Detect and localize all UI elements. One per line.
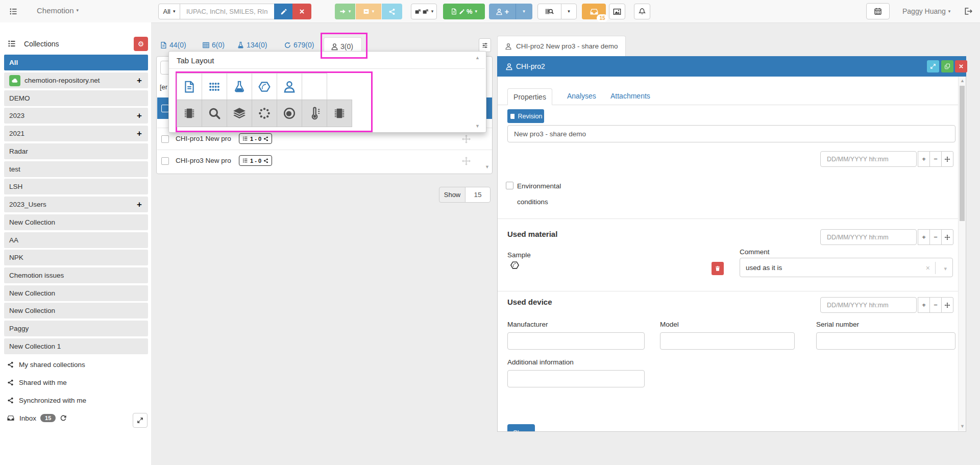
datetime-input[interactable]: [820, 229, 917, 245]
move-to-collection-button[interactable]: ▾: [335, 4, 355, 19]
scroll-down-arrow-icon[interactable]: ▼: [485, 165, 489, 169]
select-all-checkbox[interactable]: [161, 105, 169, 112]
sidebar-item-lsh[interactable]: LSH: [4, 179, 148, 194]
sidebar-item-2023-users[interactable]: 2023_Users+: [4, 197, 148, 212]
sidebar-item-aa[interactable]: AA: [4, 232, 148, 248]
element-name[interactable]: CHI-pro1 New pro: [176, 135, 231, 142]
remove-row-button[interactable]: −: [929, 151, 942, 167]
move-row-button[interactable]: [941, 297, 953, 313]
move-row-button[interactable]: [941, 151, 953, 167]
sidebar-item-demo[interactable]: DEMO: [4, 90, 148, 106]
scan-code-caret-button[interactable]: ▾: [561, 4, 577, 19]
sidebar-item-paggy[interactable]: Paggy: [4, 321, 148, 336]
sidebar-item-new-collection-3[interactable]: New Collection: [4, 303, 148, 319]
add-subcollection-button[interactable]: +: [137, 129, 142, 139]
sidebar-link-my-shared-collections[interactable]: My shared collections: [7, 358, 85, 371]
tab-layout-empty-cell[interactable]: [302, 73, 327, 100]
drag-handle[interactable]: [461, 134, 471, 144]
show-button[interactable]: Show: [439, 187, 465, 203]
sidebar-item-chemotion-repository[interactable]: chemotion-repository.net+: [4, 72, 148, 88]
tab-layout-flask-icon[interactable]: [227, 73, 252, 100]
tab-properties[interactable]: Properties: [507, 88, 552, 105]
list-item-chi-pro3[interactable]: CHI-pro3 New pro 1 - 0: [157, 150, 492, 172]
sidebar-link-synchronized-with-me[interactable]: Synchronized with me: [7, 394, 86, 406]
comment-select[interactable]: used as it is × ▾: [740, 258, 953, 277]
copy-button[interactable]: [941, 60, 953, 72]
sidebar-item-new-collection-1[interactable]: New Collection 1: [4, 338, 148, 354]
delete-material-button[interactable]: [712, 262, 724, 275]
clear-select-icon[interactable]: ×: [926, 264, 930, 272]
remove-row-button[interactable]: −: [929, 229, 942, 245]
add-row-button[interactable]: +: [918, 229, 930, 245]
tab-layout-chip-icon[interactable]: [177, 100, 202, 127]
tab-layout-hexagon-icon[interactable]: [252, 73, 277, 100]
tab-samples[interactable]: 44(0): [160, 41, 186, 49]
scrollbar-thumb[interactable]: [960, 86, 965, 221]
structure-search-button[interactable]: [274, 4, 293, 19]
drag-handle[interactable]: [461, 156, 471, 166]
add-row-button[interactable]: +: [918, 151, 930, 167]
add-subcollection-button[interactable]: +: [137, 200, 142, 210]
scroll-down-arrow-icon[interactable]: ▼: [475, 124, 480, 129]
name-input[interactable]: [507, 125, 955, 142]
scroll-down-arrow-icon[interactable]: ▼: [960, 424, 965, 429]
add-subcollection-button[interactable]: +: [137, 76, 142, 86]
sidebar-item-radar[interactable]: Radar: [4, 143, 148, 159]
create-element-caret-button[interactable]: ▾: [516, 4, 532, 19]
datetime-input[interactable]: [820, 151, 917, 167]
nav-hamburger-icon[interactable]: [9, 7, 18, 16]
create-element-button[interactable]: +: [489, 4, 516, 19]
model-input[interactable]: [660, 332, 795, 350]
sample-hexagon-icon[interactable]: [510, 260, 520, 270]
row-checkbox[interactable]: [161, 135, 169, 143]
sign-out-button[interactable]: [964, 7, 973, 16]
scan-code-button[interactable]: [537, 4, 561, 19]
add-subcollection-button[interactable]: +: [137, 111, 142, 121]
environmental-conditions-checkbox[interactable]: [506, 182, 513, 189]
tab-layout-wellplate-icon[interactable]: [202, 73, 227, 100]
tab-wellplates[interactable]: 6(0): [202, 41, 225, 49]
remove-row-button[interactable]: −: [929, 297, 942, 313]
tab-layout-disc-icon[interactable]: [277, 100, 302, 127]
tab-layout-search-icon[interactable]: [202, 100, 227, 127]
tab-layout-thermometer-icon[interactable]: [302, 100, 327, 127]
page-size-input[interactable]: [465, 187, 491, 203]
close-panel-button[interactable]: [955, 60, 967, 72]
user-menu[interactable]: Paggy Huang▾: [902, 7, 950, 15]
report-button[interactable]: %▾: [443, 4, 485, 19]
clear-search-button[interactable]: [292, 4, 311, 19]
row-checkbox[interactable]: [161, 157, 169, 165]
tab-reactions[interactable]: 134(0): [237, 41, 267, 49]
tab-screens[interactable]: 679(0): [284, 41, 314, 49]
sidebar-item-npk[interactable]: NPK: [4, 250, 148, 265]
serial-number-input[interactable]: [816, 332, 955, 350]
collections-count-badge[interactable]: 1 - 0: [239, 133, 272, 144]
sidebar-item-chemotion-issues[interactable]: Chemotion issues: [4, 267, 148, 283]
expand-inbox-button[interactable]: [133, 413, 148, 428]
revision-button[interactable]: Revision: [507, 109, 544, 123]
sidebar-link-shared-with-me[interactable]: Shared with me: [7, 376, 67, 388]
add-row-button[interactable]: +: [918, 297, 930, 313]
manage-collections-button[interactable]: ⚙: [134, 37, 148, 51]
scroll-up-arrow-icon[interactable]: ▲: [960, 79, 965, 83]
detail-scrollbar[interactable]: ▲ ▼: [958, 77, 966, 431]
tab-layout-chip2-icon[interactable]: [327, 100, 352, 127]
element-name[interactable]: CHI-pro3 New pro: [176, 157, 231, 164]
tab-layout-settings-button[interactable]: [479, 38, 491, 52]
sidebar-item-new-collection[interactable]: New Collection: [4, 214, 148, 230]
search-input[interactable]: [180, 4, 275, 19]
tab-layout-person-icon[interactable]: [277, 73, 302, 100]
manufacturer-input[interactable]: [507, 332, 645, 350]
close-button[interactable]: Close: [507, 424, 535, 432]
export-import-button[interactable]: ▾: [411, 4, 437, 19]
remove-from-collection-button[interactable]: ▾: [356, 4, 381, 19]
share-button[interactable]: [382, 4, 402, 19]
calendar-button[interactable]: [866, 3, 890, 19]
tab-layout-spinner-icon[interactable]: [252, 100, 277, 127]
brand-menu[interactable]: Chemotion▾: [37, 6, 79, 15]
sidebar-item-test[interactable]: test: [4, 161, 148, 177]
scroll-up-arrow-icon[interactable]: ▲: [475, 56, 480, 60]
datetime-input[interactable]: [820, 297, 917, 313]
collections-count-badge[interactable]: 1 - 0: [239, 155, 272, 166]
tab-analyses[interactable]: Analyses: [567, 92, 596, 100]
